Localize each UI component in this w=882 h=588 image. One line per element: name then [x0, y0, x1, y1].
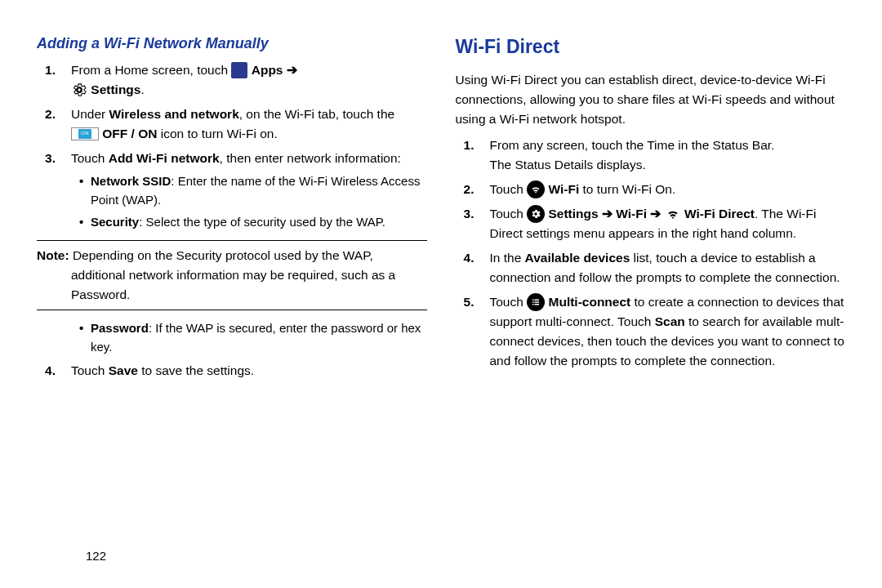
wd5-b: Multi-connect	[549, 295, 631, 309]
wd-step-3: Touch Settings ➔ Wi-Fi ➔ Wi-Fi Direct. T…	[479, 204, 846, 243]
wd1-b: The Status Details displays.	[490, 158, 646, 172]
svg-rect-1	[535, 299, 540, 301]
bullet1-a: Network SSID	[91, 174, 171, 188]
svg-rect-4	[532, 304, 534, 305]
page-number: 122	[86, 546, 106, 565]
multi-connect-icon	[527, 293, 545, 311]
wd-step-4: In the Available devices list, touch a d…	[479, 248, 846, 287]
wd-step-5: Touch Multi-connect to create a connecti…	[479, 292, 846, 371]
right-column: Wi-Fi Direct Using Wi-Fi Direct you can …	[456, 33, 846, 564]
arrow-icon-2: ➔	[602, 207, 612, 220]
wd4-b: Available devices	[525, 251, 630, 265]
svg-rect-3	[535, 301, 540, 303]
settings-icon	[71, 82, 87, 98]
apps-label: Apps	[252, 63, 283, 77]
manual-steps: From a Home screen, touch Apps ➔ Setting…	[60, 60, 427, 381]
bullet2-b: : Select the type of security used by th…	[139, 215, 385, 229]
wd1-a: From any screen, touch the Time in the S…	[490, 138, 775, 152]
step-1: From a Home screen, touch Apps ➔ Setting…	[60, 60, 427, 100]
step4-a: Touch	[71, 363, 105, 377]
step4-b: Save	[109, 363, 138, 377]
step2-c: , on the Wi-Fi tab, touch the	[239, 107, 394, 121]
wd5-a: Touch	[490, 295, 523, 309]
step3-c: , then enter network information:	[220, 151, 401, 165]
wifi-direct-title: Wi-Fi Direct	[456, 33, 846, 62]
settings-filled-icon	[527, 205, 545, 223]
step1-text-a: From a Home screen, touch	[71, 63, 228, 77]
on-label: ON	[78, 129, 91, 139]
svg-rect-2	[532, 301, 534, 303]
wd-step-1: From any screen, touch the Time in the S…	[479, 136, 846, 175]
wd3-d: Wi-Fi Direct	[684, 207, 755, 220]
wd2-c: to turn Wi-Fi On.	[583, 182, 676, 196]
note-text: Depending on the Security protocol used …	[71, 248, 395, 301]
step2-e: icon to turn Wi-Fi on.	[161, 127, 278, 140]
arrow-icon: ➔	[287, 63, 297, 77]
step3-b: Add Wi-Fi network	[109, 151, 220, 165]
wifi-outline-icon	[665, 206, 681, 222]
wd2-a: Touch	[490, 182, 523, 196]
wd3-b: Settings	[549, 207, 599, 220]
step4-c: to save the settings.	[141, 363, 254, 377]
wd3-c: Wi-Fi	[616, 207, 647, 220]
wifi-icon	[527, 180, 545, 198]
wd-step-2: Touch Wi-Fi to turn Wi-Fi On.	[479, 180, 846, 199]
step2-a: Under	[71, 107, 105, 121]
step2-d: OFF / ON	[102, 127, 157, 140]
arrow-icon-3: ➔	[650, 207, 661, 220]
wd2-b: Wi-Fi	[549, 182, 580, 196]
bullet2-a: Security	[91, 215, 139, 229]
wd5-d: Scan	[655, 314, 685, 328]
svg-rect-0	[532, 299, 534, 301]
bullet3-a: Password	[91, 321, 149, 335]
settings-label: Settings	[91, 82, 140, 96]
step-2: Under Wireless and network, on the Wi-Fi…	[60, 105, 427, 144]
step3-a: Touch	[71, 151, 105, 165]
note-label: Note:	[37, 248, 69, 262]
step2-b: Wireless and network	[109, 107, 239, 121]
onoff-icon: ON	[71, 127, 99, 140]
step-4: Touch Save to save the settings.	[60, 361, 427, 381]
wifi-direct-intro: Using Wi-Fi Direct you can establish dir…	[456, 70, 846, 129]
section-title: Adding a Wi-Fi Network Manually	[37, 33, 427, 56]
wd3-a: Touch	[490, 207, 523, 220]
note-block: Note: Depending on the Security protocol…	[37, 240, 427, 310]
bullet-ssid: Network SSID: Enter the name of the Wi-F…	[79, 172, 427, 210]
svg-rect-5	[535, 304, 540, 305]
wifi-direct-steps: From any screen, touch the Time in the S…	[479, 136, 846, 371]
bullets: Network SSID: Enter the name of the Wi-F…	[79, 172, 427, 232]
wd4-a: In the	[490, 251, 522, 265]
apps-icon	[231, 62, 247, 78]
left-column: Adding a Wi-Fi Network Manually From a H…	[37, 33, 427, 564]
bullet-security: Security: Select the type of security us…	[79, 212, 427, 231]
step-3: Touch Add Wi-Fi network, then enter netw…	[60, 149, 427, 356]
step1-dot: .	[140, 82, 144, 96]
bullets-2: Password: If the WAP is secured, enter t…	[79, 318, 427, 357]
bullet-password: Password: If the WAP is secured, enter t…	[79, 318, 427, 357]
